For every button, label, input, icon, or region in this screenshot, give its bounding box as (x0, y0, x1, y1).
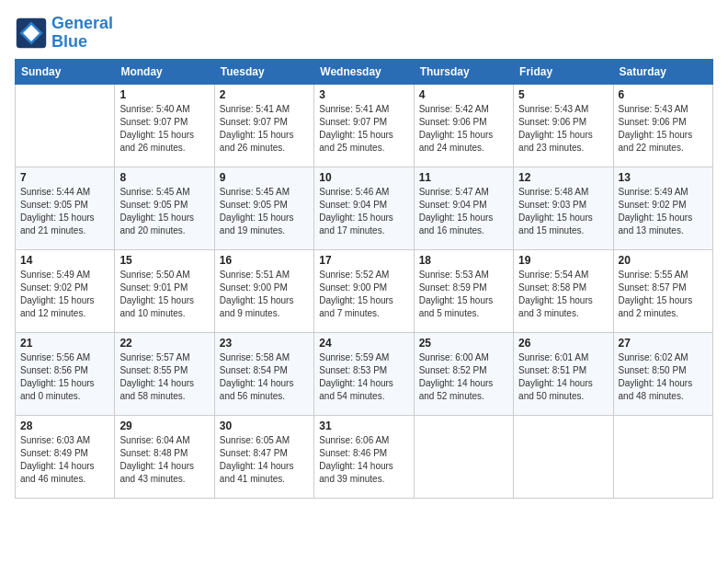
day-number: 29 (119, 419, 209, 432)
calendar-day-7: 7Sunrise: 5:44 AM Sunset: 9:05 PM Daylig… (16, 167, 115, 249)
day-header-thursday: Thursday (414, 59, 513, 84)
day-info: Sunrise: 5:42 AM Sunset: 9:06 PM Dayligh… (419, 103, 508, 155)
day-info: Sunrise: 5:52 AM Sunset: 9:00 PM Dayligh… (319, 269, 408, 320)
day-info: Sunrise: 5:53 AM Sunset: 8:59 PM Dayligh… (419, 269, 508, 320)
day-info: Sunrise: 5:55 AM Sunset: 8:57 PM Dayligh… (619, 269, 708, 320)
day-number: 13 (619, 171, 708, 184)
day-number: 23 (220, 337, 309, 350)
day-info: Sunrise: 6:05 AM Sunset: 8:47 PM Dayligh… (220, 434, 309, 486)
calendar-day-28: 28Sunrise: 6:03 AM Sunset: 8:49 PM Dayli… (16, 415, 115, 498)
calendar-week-row: 21Sunrise: 5:56 AM Sunset: 8:56 PM Dayli… (16, 332, 713, 415)
calendar-day-23: 23Sunrise: 5:58 AM Sunset: 8:54 PM Dayli… (214, 332, 313, 415)
calendar-week-row: 28Sunrise: 6:03 AM Sunset: 8:49 PM Dayli… (16, 415, 713, 498)
day-number: 30 (220, 419, 309, 432)
empty-cell (613, 415, 712, 498)
day-number: 20 (619, 254, 708, 267)
day-info: Sunrise: 5:43 AM Sunset: 9:06 PM Dayligh… (518, 103, 608, 155)
day-header-tuesday: Tuesday (214, 59, 313, 84)
logo-icon (15, 17, 48, 50)
day-number: 8 (119, 171, 209, 184)
day-info: Sunrise: 5:41 AM Sunset: 9:07 PM Dayligh… (319, 103, 408, 155)
calendar-day-6: 6Sunrise: 5:43 AM Sunset: 9:06 PM Daylig… (613, 84, 712, 167)
calendar-body: 1Sunrise: 5:40 AM Sunset: 9:07 PM Daylig… (16, 84, 713, 498)
day-info: Sunrise: 5:48 AM Sunset: 9:03 PM Dayligh… (518, 186, 608, 237)
day-number: 12 (518, 171, 608, 184)
day-number: 14 (20, 254, 109, 267)
day-number: 4 (419, 88, 508, 101)
calendar-day-8: 8Sunrise: 5:45 AM Sunset: 9:05 PM Daylig… (115, 167, 214, 249)
day-header-saturday: Saturday (613, 59, 712, 84)
calendar-week-row: 7Sunrise: 5:44 AM Sunset: 9:05 PM Daylig… (16, 167, 713, 249)
calendar-day-14: 14Sunrise: 5:49 AM Sunset: 9:02 PM Dayli… (16, 249, 115, 332)
day-info: Sunrise: 5:40 AM Sunset: 9:07 PM Dayligh… (119, 103, 209, 155)
day-number: 24 (319, 337, 408, 350)
calendar-day-10: 10Sunrise: 5:46 AM Sunset: 9:04 PM Dayli… (314, 167, 414, 249)
calendar-day-3: 3Sunrise: 5:41 AM Sunset: 9:07 PM Daylig… (314, 84, 414, 167)
day-number: 27 (619, 337, 708, 350)
day-number: 7 (20, 171, 109, 184)
calendar-day-25: 25Sunrise: 6:00 AM Sunset: 8:52 PM Dayli… (414, 332, 513, 415)
calendar-day-31: 31Sunrise: 6:06 AM Sunset: 8:46 PM Dayli… (314, 415, 414, 498)
day-number: 25 (419, 337, 508, 350)
day-info: Sunrise: 5:46 AM Sunset: 9:04 PM Dayligh… (319, 186, 408, 237)
day-info: Sunrise: 5:49 AM Sunset: 9:02 PM Dayligh… (619, 186, 708, 237)
day-number: 15 (119, 254, 209, 267)
day-info: Sunrise: 5:57 AM Sunset: 8:55 PM Dayligh… (119, 351, 209, 403)
calendar-day-13: 13Sunrise: 5:49 AM Sunset: 9:02 PM Dayli… (613, 167, 712, 249)
day-number: 1 (119, 88, 209, 101)
day-number: 5 (518, 88, 608, 101)
day-number: 6 (619, 88, 708, 101)
day-info: Sunrise: 6:06 AM Sunset: 8:46 PM Dayligh… (319, 434, 408, 486)
calendar-day-26: 26Sunrise: 6:01 AM Sunset: 8:51 PM Dayli… (514, 332, 613, 415)
calendar-week-row: 14Sunrise: 5:49 AM Sunset: 9:02 PM Dayli… (16, 249, 713, 332)
day-number: 9 (220, 171, 309, 184)
day-number: 18 (419, 254, 508, 267)
day-number: 16 (220, 254, 309, 267)
day-info: Sunrise: 6:04 AM Sunset: 8:48 PM Dayligh… (119, 434, 209, 486)
empty-cell (414, 415, 513, 498)
day-info: Sunrise: 5:56 AM Sunset: 8:56 PM Dayligh… (20, 351, 109, 403)
page-header: GeneralBlue (15, 15, 713, 52)
day-info: Sunrise: 5:45 AM Sunset: 9:05 PM Dayligh… (119, 186, 209, 237)
day-number: 17 (319, 254, 408, 267)
calendar-day-17: 17Sunrise: 5:52 AM Sunset: 9:00 PM Dayli… (314, 249, 414, 332)
day-number: 26 (518, 337, 608, 350)
calendar-day-4: 4Sunrise: 5:42 AM Sunset: 9:06 PM Daylig… (414, 84, 513, 167)
calendar-day-20: 20Sunrise: 5:55 AM Sunset: 8:57 PM Dayli… (613, 249, 712, 332)
day-info: Sunrise: 5:47 AM Sunset: 9:04 PM Dayligh… (419, 186, 508, 237)
day-number: 3 (319, 88, 408, 101)
calendar-day-2: 2Sunrise: 5:41 AM Sunset: 9:07 PM Daylig… (214, 84, 313, 167)
calendar-day-24: 24Sunrise: 5:59 AM Sunset: 8:53 PM Dayli… (314, 332, 414, 415)
calendar-day-5: 5Sunrise: 5:43 AM Sunset: 9:06 PM Daylig… (514, 84, 613, 167)
calendar-table: SundayMondayTuesdayWednesdayThursdayFrid… (15, 59, 713, 499)
day-info: Sunrise: 5:59 AM Sunset: 8:53 PM Dayligh… (319, 351, 408, 403)
calendar-day-21: 21Sunrise: 5:56 AM Sunset: 8:56 PM Dayli… (16, 332, 115, 415)
day-info: Sunrise: 5:54 AM Sunset: 8:58 PM Dayligh… (518, 269, 608, 320)
day-info: Sunrise: 5:45 AM Sunset: 9:05 PM Dayligh… (220, 186, 309, 237)
calendar-day-29: 29Sunrise: 6:04 AM Sunset: 8:48 PM Dayli… (115, 415, 214, 498)
empty-cell (514, 415, 613, 498)
calendar-day-1: 1Sunrise: 5:40 AM Sunset: 9:07 PM Daylig… (115, 84, 214, 167)
day-header-monday: Monday (115, 59, 214, 84)
day-info: Sunrise: 5:50 AM Sunset: 9:01 PM Dayligh… (119, 269, 209, 320)
calendar-day-15: 15Sunrise: 5:50 AM Sunset: 9:01 PM Dayli… (115, 249, 214, 332)
day-info: Sunrise: 6:00 AM Sunset: 8:52 PM Dayligh… (419, 351, 508, 403)
calendar-day-27: 27Sunrise: 6:02 AM Sunset: 8:50 PM Dayli… (613, 332, 712, 415)
day-number: 19 (518, 254, 608, 267)
empty-cell (16, 84, 115, 167)
calendar-header-row: SundayMondayTuesdayWednesdayThursdayFrid… (16, 59, 713, 84)
calendar-day-30: 30Sunrise: 6:05 AM Sunset: 8:47 PM Dayli… (214, 415, 313, 498)
day-info: Sunrise: 5:41 AM Sunset: 9:07 PM Dayligh… (220, 103, 309, 155)
day-header-friday: Friday (514, 59, 613, 84)
calendar-day-19: 19Sunrise: 5:54 AM Sunset: 8:58 PM Dayli… (514, 249, 613, 332)
day-number: 22 (119, 337, 209, 350)
day-number: 2 (220, 88, 309, 101)
logo: GeneralBlue (15, 15, 113, 52)
day-number: 10 (319, 171, 408, 184)
day-number: 21 (20, 337, 109, 350)
calendar-day-22: 22Sunrise: 5:57 AM Sunset: 8:55 PM Dayli… (115, 332, 214, 415)
logo-text: GeneralBlue (51, 15, 113, 52)
calendar-day-16: 16Sunrise: 5:51 AM Sunset: 9:00 PM Dayli… (214, 249, 313, 332)
day-info: Sunrise: 6:01 AM Sunset: 8:51 PM Dayligh… (518, 351, 608, 403)
day-info: Sunrise: 6:02 AM Sunset: 8:50 PM Dayligh… (619, 351, 708, 403)
